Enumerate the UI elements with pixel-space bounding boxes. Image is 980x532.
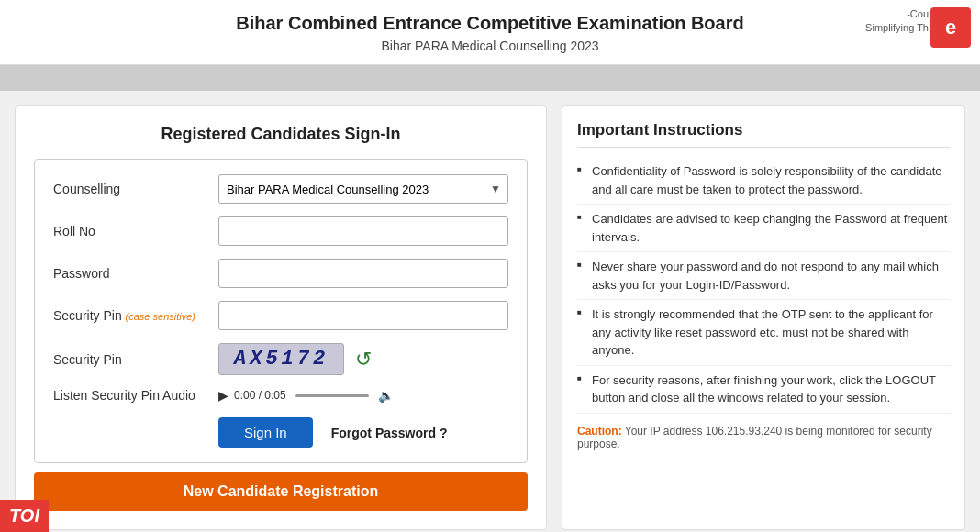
audio-time: 0:00 / 0:05 xyxy=(234,389,286,402)
roll-no-label: Roll No xyxy=(53,224,218,238)
instruction-item: For security reasons, after finishing yo… xyxy=(577,366,950,414)
security-pin-input-row: Security Pin (case sensitive) xyxy=(53,301,508,330)
instruction-item: It is strongly recommended that the OTP … xyxy=(577,300,950,366)
new-registration-button[interactable]: New Candidate Registration xyxy=(34,472,528,511)
captcha-row: Security Pin AX5172 ↺ xyxy=(53,343,508,375)
security-pin-input[interactable] xyxy=(218,301,508,330)
case-sensitive-note: (case sensitive) xyxy=(126,311,195,322)
play-button[interactable]: ▶ xyxy=(218,388,228,403)
caution-label: Caution: xyxy=(577,425,622,438)
sign-in-form: Counselling Bihar PARA Medical Counselli… xyxy=(34,159,528,463)
page-subtitle: Bihar PARA Medical Counselling 2023 xyxy=(18,39,962,53)
sign-in-button[interactable]: Sign In xyxy=(218,417,313,448)
caution-box: Caution: Your IP address 106.215.93.240 … xyxy=(577,425,950,450)
audio-row: Listen Security Pin Audio ▶ 0:00 / 0:05 … xyxy=(53,388,508,403)
instruction-item: Confidentiality of Password is solely re… xyxy=(577,157,950,205)
captcha-image: AX5172 xyxy=(218,343,344,375)
audio-player: ▶ 0:00 / 0:05 🔈 xyxy=(218,388,394,403)
counselling-row: Counselling Bihar PARA Medical Counselli… xyxy=(53,174,508,204)
page-title: Bihar Combined Entrance Competitive Exam… xyxy=(18,11,962,35)
logo-icon: e xyxy=(930,7,971,48)
counselling-label: Counselling xyxy=(53,182,218,196)
audio-label: Listen Security Pin Audio xyxy=(53,388,218,403)
button-row: Sign In Forgot Password ? xyxy=(53,417,508,448)
password-label: Password xyxy=(53,266,218,281)
toi-badge: TOI xyxy=(0,500,49,532)
roll-no-row: Roll No xyxy=(53,216,508,246)
captcha-container: AX5172 ↺ xyxy=(218,343,375,375)
instructions-list: Confidentiality of Password is solely re… xyxy=(577,157,950,414)
volume-button[interactable]: 🔈 xyxy=(378,388,394,403)
sign-in-panel: Registered Candidates Sign-In Counsellin… xyxy=(15,105,547,530)
audio-progress-bar xyxy=(295,394,369,397)
logo-tagline: -Cou Simplifying Th xyxy=(865,7,929,36)
instruction-item: Never share your password and do not res… xyxy=(577,252,950,300)
content-wrapper: Registered Candidates Sign-In Counsellin… xyxy=(0,91,980,532)
roll-no-input[interactable] xyxy=(218,216,508,246)
nav-bar xyxy=(0,65,980,91)
counselling-select[interactable]: Bihar PARA Medical Counselling 2023 xyxy=(218,174,508,204)
counselling-select-wrap: Bihar PARA Medical Counselling 2023 ▼ xyxy=(218,174,508,204)
password-row: Password xyxy=(53,259,508,288)
instruction-item: Candidates are advised to keep changing … xyxy=(577,205,950,252)
header: Bihar Combined Entrance Competitive Exam… xyxy=(0,0,980,65)
forgot-password-button[interactable]: Forgot Password ? xyxy=(331,426,448,440)
sign-in-title: Registered Candidates Sign-In xyxy=(34,125,528,144)
refresh-captcha-button[interactable]: ↺ xyxy=(351,348,375,371)
security-pin-display-label: Security Pin xyxy=(53,352,218,367)
password-input[interactable] xyxy=(218,259,508,288)
instructions-title: Important Instructions xyxy=(577,121,950,148)
security-pin-input-label: Security Pin (case sensitive) xyxy=(53,308,218,323)
instructions-panel: Important Instructions Confidentiality o… xyxy=(562,105,965,530)
caution-text: Your IP address 106.215.93.240 is being … xyxy=(577,425,932,450)
